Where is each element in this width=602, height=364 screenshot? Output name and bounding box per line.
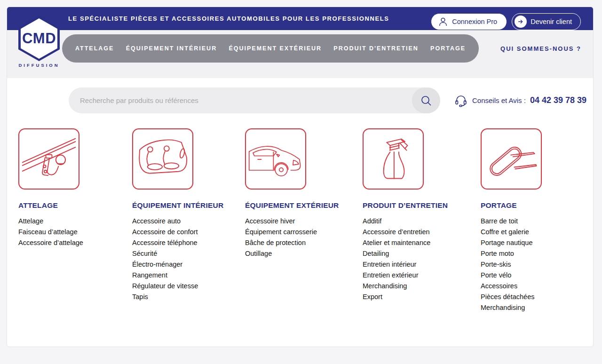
phone-number[interactable]: 04 42 39 78 39 xyxy=(530,95,586,105)
category-link[interactable]: Accessoire auto xyxy=(132,216,245,227)
category-link[interactable]: Outillage xyxy=(245,248,358,259)
car-interior-icon[interactable] xyxy=(132,128,193,190)
logo-hexagon-icon: CMD xyxy=(18,16,60,61)
user-icon xyxy=(438,16,448,27)
nav-item[interactable]: ATTELAGE xyxy=(75,45,114,52)
category-link[interactable]: Tapis xyxy=(132,292,245,302)
contact-label: Conseils et Avis : xyxy=(472,96,526,104)
category-column-equipement-exterieur: ÉQUIPEMENT EXTÉRIEUR Accessoire hiverÉqu… xyxy=(245,128,358,259)
category-link[interactable]: Coffre et galerie xyxy=(481,227,594,237)
category-column-portage: PORTAGE Barre de toitCoffre et galeriePo… xyxy=(481,128,594,313)
category-list: AttelageFaisceau d’attelageAccessoire d’… xyxy=(18,216,131,248)
category-link[interactable]: Atelier et maintenance xyxy=(363,237,475,248)
towbar-icon[interactable] xyxy=(18,128,79,190)
category-link[interactable]: Detailing xyxy=(363,248,475,259)
logo-name: DIFFUSION xyxy=(18,63,60,68)
category-link[interactable]: Additif xyxy=(363,216,475,227)
arrow-right-icon xyxy=(515,16,527,28)
search-box xyxy=(69,87,440,113)
category-title[interactable]: ATTELAGE xyxy=(18,201,131,210)
header: LE SPÉCIALISTE PIÈCES ET ACCESSOIRES AUT… xyxy=(7,7,593,78)
category-title[interactable]: ÉQUIPEMENT INTÉRIEUR xyxy=(132,201,245,210)
category-link[interactable]: Barre de toit xyxy=(481,216,594,227)
category-link[interactable]: Entretien intérieur xyxy=(363,259,475,270)
category-title[interactable]: PRODUIT D’ENTRETIEN xyxy=(363,201,475,210)
category-title[interactable]: PORTAGE xyxy=(481,201,594,210)
category-link[interactable]: Porte-skis xyxy=(481,259,594,270)
category-link[interactable]: Pièces détachées xyxy=(481,292,594,302)
category-link[interactable]: Bâche de protection xyxy=(245,237,358,248)
category-link[interactable]: Entretien extérieur xyxy=(363,270,475,281)
category-link[interactable]: Attelage xyxy=(18,216,131,227)
spray-bottle-icon[interactable] xyxy=(363,128,424,190)
roof-box-icon[interactable] xyxy=(481,128,542,190)
search-button[interactable] xyxy=(412,87,440,113)
category-column-produit-entretien: PRODUIT D’ENTRETIEN AdditifAccessoire d’… xyxy=(363,128,475,302)
category-link[interactable]: Faisceau d’attelage xyxy=(18,227,131,237)
nav-item[interactable]: PRODUIT D'ENTRETIEN xyxy=(333,45,419,52)
category-link[interactable]: Accessoire hiver xyxy=(245,216,358,227)
category-link[interactable]: Accessoire de confort xyxy=(132,227,245,237)
category-link[interactable]: Accessoires xyxy=(481,281,594,292)
category-link[interactable]: Équipement carrosserie xyxy=(245,227,358,237)
connexion-pro-label: Connexion Pro xyxy=(452,18,497,25)
category-link[interactable]: Sécurité xyxy=(132,248,245,259)
category-title[interactable]: ÉQUIPEMENT EXTÉRIEUR xyxy=(245,201,358,210)
tagline: LE SPÉCIALISTE PIÈCES ET ACCESSOIRES AUT… xyxy=(68,7,389,30)
nav-item[interactable]: PORTAGE xyxy=(430,45,466,52)
category-list: Barre de toitCoffre et galeriePortage na… xyxy=(481,216,594,313)
logo-acronym: CMD xyxy=(22,30,56,47)
logo[interactable]: CMD DIFFUSION xyxy=(18,16,60,68)
main-card: LE SPÉCIALISTE PIÈCES ET ACCESSOIRES AUT… xyxy=(7,7,594,347)
category-link[interactable]: Accessoire téléphone xyxy=(132,237,245,248)
category-link[interactable]: Rangement xyxy=(132,270,245,281)
category-list: Accessoire hiverÉquipement carrosserieBâ… xyxy=(245,216,358,259)
car-exterior-icon[interactable] xyxy=(245,128,306,190)
headset-icon xyxy=(454,94,468,108)
connexion-pro-button[interactable]: Connexion Pro xyxy=(431,13,507,30)
topbar-buttons: Connexion Pro Devenir client xyxy=(431,13,581,30)
category-link[interactable]: Accessoire d’entretien xyxy=(363,227,475,237)
devenir-client-label: Devenir client xyxy=(531,18,572,25)
category-link[interactable]: Porte moto xyxy=(481,248,594,259)
category-link[interactable]: Régulateur de vitesse xyxy=(132,281,245,292)
category-link[interactable]: Portage nautique xyxy=(481,237,594,248)
devenir-client-button[interactable]: Devenir client xyxy=(512,13,581,30)
category-link[interactable]: Merchandising xyxy=(363,281,475,292)
category-link[interactable]: Export xyxy=(363,292,475,302)
category-link[interactable]: Électro-ménager xyxy=(132,259,245,270)
category-column-attelage: ATTELAGE AttelageFaisceau d’attelageAcce… xyxy=(18,128,131,248)
contact-info: Conseils et Avis : 04 42 39 78 39 xyxy=(454,87,586,113)
topbar: LE SPÉCIALISTE PIÈCES ET ACCESSOIRES AUT… xyxy=(7,7,593,30)
category-link[interactable]: Accessoire d’attelage xyxy=(18,237,131,248)
nav-item[interactable]: ÉQUIPEMENT INTÉRIEUR xyxy=(126,45,217,52)
main-nav: ATTELAGEÉQUIPEMENT INTÉRIEURÉQUIPEMENT E… xyxy=(62,34,479,63)
category-link[interactable]: Porte vélo xyxy=(481,270,594,281)
category-column-equipement-interieur: ÉQUIPEMENT INTÉRIEUR Accessoire autoAcce… xyxy=(132,128,245,302)
search-icon xyxy=(420,95,432,107)
search-input[interactable] xyxy=(69,87,440,113)
qui-sommes-nous-link[interactable]: QUI SOMMES-NOUS ? xyxy=(500,34,581,63)
category-list: Accessoire autoAccessoire de confortAcce… xyxy=(132,216,245,302)
category-link[interactable]: Merchandising xyxy=(481,302,594,313)
nav-item[interactable]: ÉQUIPEMENT EXTÉRIEUR xyxy=(229,45,322,52)
category-list: AdditifAccessoire d’entretienAtelier et … xyxy=(363,216,475,302)
